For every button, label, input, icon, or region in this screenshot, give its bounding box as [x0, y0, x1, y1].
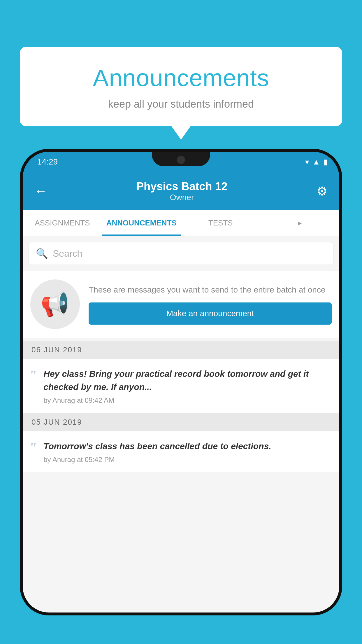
- app-bar-title: Physics Batch 12: [136, 180, 228, 193]
- promo-right: These are messages you want to send to t…: [89, 284, 332, 325]
- phone-camera: [177, 156, 185, 164]
- megaphone-icon: 📢: [41, 290, 70, 318]
- announcement-meta-1: by Anurag at 09:42 AM: [43, 396, 332, 405]
- promo-card: 📢 These are messages you want to send to…: [23, 271, 339, 338]
- tab-announcements[interactable]: ANNOUNCEMENTS: [102, 210, 181, 236]
- announcement-text-1: Hey class! Bring your practical record b…: [43, 367, 332, 405]
- promo-description: These are messages you want to send to t…: [89, 284, 332, 296]
- settings-button[interactable]: ⚙: [317, 184, 328, 198]
- battery-icon: ▮: [324, 158, 328, 167]
- phone-mockup: 14:29 ▾ ▲ ▮ ← Physics Batch 12 Owner ⚙ A…: [20, 149, 342, 644]
- date-divider-2: 05 JUN 2019: [23, 413, 339, 431]
- wifi-icon: ▾: [305, 158, 309, 167]
- search-icon: 🔍: [36, 248, 48, 259]
- status-time: 14:29: [37, 157, 58, 167]
- announcement-item-1[interactable]: " Hey class! Bring your practical record…: [23, 359, 339, 413]
- app-bar-title-group: Physics Batch 12 Owner: [136, 180, 228, 202]
- phone-notch: [152, 152, 210, 166]
- status-icons: ▾ ▲ ▮: [305, 158, 328, 167]
- speech-bubble: Announcements keep all your students inf…: [20, 47, 342, 126]
- screen-content: 🔍 Search 📢 These are messages you want t…: [23, 236, 339, 612]
- search-bar[interactable]: 🔍 Search: [29, 242, 333, 265]
- announcement-body-2: Tomorrow's class has been cancelled due …: [43, 440, 332, 453]
- announcement-text-2: Tomorrow's class has been cancelled due …: [43, 440, 332, 464]
- bubble-subtitle: keep all your students informed: [34, 98, 328, 110]
- quote-icon-2: ": [30, 441, 36, 464]
- volume-up-button: [20, 233, 22, 257]
- promo-icon-circle: 📢: [30, 279, 80, 329]
- bubble-title: Announcements: [34, 64, 328, 92]
- announcement-body-1: Hey class! Bring your practical record b…: [43, 367, 332, 393]
- date-divider-1: 06 JUN 2019: [23, 341, 339, 359]
- volume-down-button: [20, 262, 22, 286]
- announcement-item-2[interactable]: " Tomorrow's class has been cancelled du…: [23, 431, 339, 472]
- announcement-meta-2: by Anurag at 05:42 PM: [43, 456, 332, 464]
- quote-icon-1: ": [30, 368, 36, 405]
- app-bar-subtitle: Owner: [136, 193, 228, 202]
- phone-body: 14:29 ▾ ▲ ▮ ← Physics Batch 12 Owner ⚙ A…: [20, 149, 342, 615]
- tab-more[interactable]: ▸: [260, 210, 340, 236]
- tabs-bar: ASSIGNMENTS ANNOUNCEMENTS TESTS ▸: [23, 210, 339, 236]
- tab-assignments[interactable]: ASSIGNMENTS: [23, 210, 102, 236]
- tab-tests[interactable]: TESTS: [181, 210, 260, 236]
- back-button[interactable]: ←: [34, 184, 47, 198]
- speech-bubble-section: Announcements keep all your students inf…: [20, 47, 342, 126]
- make-announcement-button[interactable]: Make an announcement: [89, 302, 332, 325]
- signal-icon: ▲: [312, 158, 320, 167]
- search-input[interactable]: Search: [53, 248, 82, 259]
- app-bar: ← Physics Batch 12 Owner ⚙: [23, 172, 339, 210]
- power-button: [340, 239, 342, 271]
